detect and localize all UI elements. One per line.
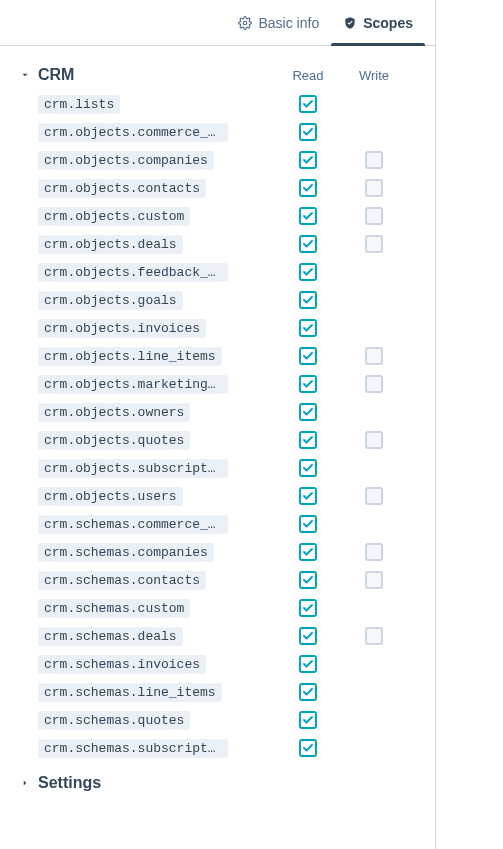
write-checkbox[interactable] bbox=[365, 151, 383, 169]
scope-row: crm.objects.line_items bbox=[38, 342, 417, 370]
scope-cells bbox=[275, 431, 417, 449]
write-cell bbox=[341, 627, 407, 645]
read-checkbox[interactable] bbox=[299, 207, 317, 225]
scope-name: crm.objects.users bbox=[38, 487, 183, 506]
write-cell bbox=[341, 459, 407, 477]
write-checkbox[interactable] bbox=[365, 627, 383, 645]
read-checkbox[interactable] bbox=[299, 235, 317, 253]
scope-name: crm.objects.commerce_payments bbox=[38, 123, 228, 142]
read-checkbox[interactable] bbox=[299, 431, 317, 449]
scope-name: crm.objects.subscriptions bbox=[38, 459, 228, 478]
scope-cells bbox=[275, 599, 417, 617]
read-cell bbox=[275, 319, 341, 337]
scope-row: crm.schemas.custom bbox=[38, 594, 417, 622]
write-cell bbox=[341, 123, 407, 141]
tab-basic-info[interactable]: Basic info bbox=[226, 0, 331, 45]
scope-name: crm.schemas.custom bbox=[38, 599, 190, 618]
read-cell bbox=[275, 599, 341, 617]
column-header-write: Write bbox=[341, 68, 407, 83]
write-checkbox[interactable] bbox=[365, 179, 383, 197]
read-checkbox[interactable] bbox=[299, 599, 317, 617]
write-cell bbox=[341, 179, 407, 197]
read-checkbox[interactable] bbox=[299, 375, 317, 393]
read-checkbox[interactable] bbox=[299, 515, 317, 533]
scope-row: crm.objects.subscriptions bbox=[38, 454, 417, 482]
scope-row: crm.objects.custom bbox=[38, 202, 417, 230]
scope-name: crm.objects.marketing_events bbox=[38, 375, 228, 394]
tab-label: Scopes bbox=[363, 15, 413, 31]
scope-cells bbox=[275, 711, 417, 729]
write-checkbox[interactable] bbox=[365, 487, 383, 505]
scope-name: crm.schemas.subscriptions bbox=[38, 739, 228, 758]
scope-row: crm.schemas.subscriptions bbox=[38, 734, 417, 762]
scope-name: crm.objects.owners bbox=[38, 403, 190, 422]
write-cell bbox=[341, 543, 407, 561]
write-cell bbox=[341, 683, 407, 701]
read-checkbox[interactable] bbox=[299, 319, 317, 337]
scope-name: crm.schemas.line_items bbox=[38, 683, 222, 702]
read-cell bbox=[275, 571, 341, 589]
write-cell bbox=[341, 515, 407, 533]
write-checkbox[interactable] bbox=[365, 571, 383, 589]
read-checkbox[interactable] bbox=[299, 263, 317, 281]
read-checkbox[interactable] bbox=[299, 683, 317, 701]
read-cell bbox=[275, 123, 341, 141]
scope-name: crm.objects.goals bbox=[38, 291, 183, 310]
scope-name: crm.objects.invoices bbox=[38, 319, 206, 338]
read-cell bbox=[275, 543, 341, 561]
read-checkbox[interactable] bbox=[299, 179, 317, 197]
section-toggle[interactable]: Settings bbox=[18, 768, 417, 798]
scope-cells bbox=[275, 291, 417, 309]
write-checkbox[interactable] bbox=[365, 431, 383, 449]
scope-cells bbox=[275, 571, 417, 589]
write-checkbox[interactable] bbox=[365, 375, 383, 393]
scope-row: crm.objects.commerce_payments bbox=[38, 118, 417, 146]
write-cell bbox=[341, 571, 407, 589]
read-checkbox[interactable] bbox=[299, 487, 317, 505]
read-checkbox[interactable] bbox=[299, 627, 317, 645]
scope-cells bbox=[275, 403, 417, 421]
read-checkbox[interactable] bbox=[299, 655, 317, 673]
scope-name: crm.schemas.quotes bbox=[38, 711, 190, 730]
write-cell bbox=[341, 487, 407, 505]
write-checkbox[interactable] bbox=[365, 235, 383, 253]
scope-row: crm.schemas.commerce_payments bbox=[38, 510, 417, 538]
read-checkbox[interactable] bbox=[299, 459, 317, 477]
column-headers: ReadWrite bbox=[275, 68, 417, 83]
scope-row: crm.objects.deals bbox=[38, 230, 417, 258]
scope-cells bbox=[275, 683, 417, 701]
read-checkbox[interactable] bbox=[299, 739, 317, 757]
read-checkbox[interactable] bbox=[299, 543, 317, 561]
scope-name: crm.schemas.commerce_payments bbox=[38, 515, 228, 534]
read-checkbox[interactable] bbox=[299, 95, 317, 113]
read-checkbox[interactable] bbox=[299, 151, 317, 169]
read-checkbox[interactable] bbox=[299, 571, 317, 589]
column-header-read: Read bbox=[275, 68, 341, 83]
write-cell bbox=[341, 235, 407, 253]
read-checkbox[interactable] bbox=[299, 711, 317, 729]
write-checkbox[interactable] bbox=[365, 347, 383, 365]
write-checkbox[interactable] bbox=[365, 543, 383, 561]
scope-row: crm.schemas.line_items bbox=[38, 678, 417, 706]
scope-cells bbox=[275, 179, 417, 197]
section-toggle[interactable]: CRMReadWrite bbox=[18, 60, 417, 90]
scope-name: crm.schemas.contacts bbox=[38, 571, 206, 590]
tab-scopes[interactable]: Scopes bbox=[331, 0, 425, 45]
read-checkbox[interactable] bbox=[299, 291, 317, 309]
write-cell bbox=[341, 347, 407, 365]
read-checkbox[interactable] bbox=[299, 123, 317, 141]
write-cell bbox=[341, 403, 407, 421]
read-checkbox[interactable] bbox=[299, 403, 317, 421]
read-checkbox[interactable] bbox=[299, 347, 317, 365]
section-title: Settings bbox=[38, 774, 101, 792]
scope-row: crm.objects.contacts bbox=[38, 174, 417, 202]
read-cell bbox=[275, 655, 341, 673]
scope-cells bbox=[275, 207, 417, 225]
panel-divider bbox=[435, 0, 436, 849]
read-cell bbox=[275, 515, 341, 533]
read-cell bbox=[275, 711, 341, 729]
write-checkbox[interactable] bbox=[365, 207, 383, 225]
scope-cells bbox=[275, 319, 417, 337]
section-title: CRM bbox=[38, 66, 74, 84]
scope-name: crm.lists bbox=[38, 95, 120, 114]
